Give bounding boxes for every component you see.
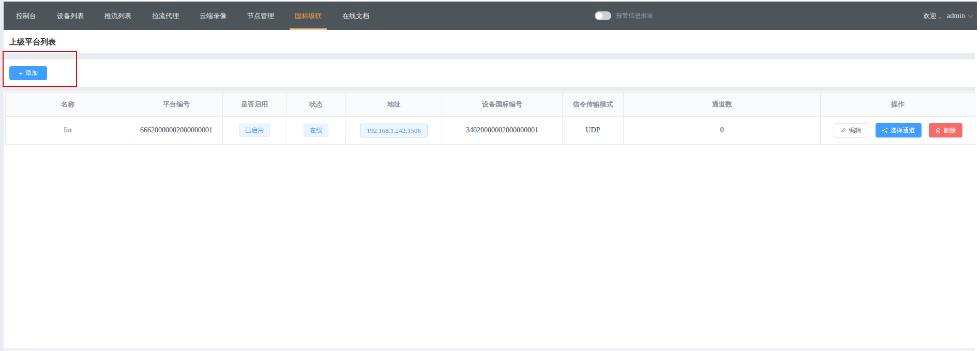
cell-device-gb-id: 34020000002000000001 (442, 117, 563, 144)
header-enabled: 是否启用 (223, 93, 287, 116)
table-row: lin 66620000002000000001 已启用 在线 192.168.… (6, 117, 975, 144)
username: admin (947, 12, 965, 20)
delete-button-label: 删除 (944, 126, 956, 135)
header-platform-id: 平台编号 (130, 93, 223, 116)
alarm-push-label: 报警信息推送 (616, 11, 653, 20)
window-left-edge (0, 0, 4, 351)
header-channel-count: 通道数 (624, 93, 821, 116)
header-status: 状态 (287, 93, 346, 116)
cell-platform-id: 66620000002000000001 (130, 117, 223, 144)
nav-item-node-management[interactable]: 节点管理 (237, 2, 284, 30)
cell-enabled: 已启用 (223, 117, 287, 144)
nav-item-gb-cascade-active[interactable]: 国标级联 (284, 2, 332, 30)
section-divider-top (4, 53, 975, 59)
cell-address: 192.168.1.242:1506 (346, 117, 442, 144)
platform-name: lin (64, 126, 72, 134)
nav-item-push-stream-list[interactable]: 推流列表 (94, 2, 142, 30)
address-chip: 192.168.1.242:1506 (360, 124, 427, 138)
user-menu[interactable]: 欢迎， admin (923, 2, 973, 30)
enabled-badge: 已启用 (239, 124, 270, 137)
share-icon (882, 127, 888, 133)
platform-table: 名称 平台编号 是否启用 状态 地址 设备国标编号 信令传输模式 通道数 操作 … (5, 92, 975, 145)
header-address: 地址 (346, 93, 442, 116)
device-gb-id: 34020000002000000001 (466, 126, 538, 134)
delete-button[interactable]: 删除 (929, 123, 962, 138)
page-title: 上级平台列表 (9, 30, 56, 53)
header-transport-mode: 信令传输模式 (563, 93, 624, 116)
cell-channel-count: 0 (624, 117, 821, 144)
edit-button-label: 编辑 (849, 126, 862, 135)
channel-count: 0 (720, 126, 724, 134)
nav-menu: 控制台 设备列表 推流列表 拉流代理 云端录像 节点管理 国标级联 在线文档 (4, 2, 977, 30)
header-actions: 操作 (821, 93, 975, 116)
nav-item-console[interactable]: 控制台 (6, 2, 47, 30)
user-greeting: 欢迎， (923, 11, 943, 21)
header-device-gb-id: 设备国标编号 (442, 93, 563, 116)
top-navbar: 控制台 设备列表 推流列表 拉流代理 云端录像 节点管理 国标级联 在线文档 报… (4, 2, 977, 30)
select-channel-button[interactable]: 选择通道 (876, 123, 922, 138)
chevron-down-icon (968, 12, 973, 18)
trash-icon (935, 127, 941, 134)
nav-item-device-list[interactable]: 设备列表 (47, 2, 94, 30)
nav-item-cloud-recording[interactable]: 云端录像 (189, 2, 237, 30)
header-name: 名称 (6, 93, 130, 116)
section-divider-bottom (4, 87, 975, 91)
alarm-push-toggle-group: 报警信息推送 (595, 2, 653, 30)
plus-icon: + (19, 70, 23, 77)
cell-name: lin (6, 117, 130, 144)
title-bar: 上级平台列表 (4, 30, 977, 53)
edit-button[interactable]: 编辑 (834, 123, 868, 138)
window-bottom-edge (4, 348, 975, 351)
edit-pencil-icon (840, 127, 847, 133)
app-root: 控制台 设备列表 推流列表 拉流代理 云端录像 节点管理 国标级联 在线文档 报… (0, 0, 980, 351)
select-channel-button-label: 选择通道 (891, 126, 915, 135)
platform-id: 66620000002000000001 (140, 126, 213, 134)
cell-status: 在线 (287, 117, 346, 144)
cell-transport-mode: UDP (563, 117, 624, 144)
add-button-label: 添加 (25, 69, 38, 78)
toggle-knob (596, 12, 602, 19)
action-buttons: 编辑 选择通道 删除 (834, 123, 962, 138)
add-button[interactable]: + 添加 (9, 66, 47, 80)
cell-actions: 编辑 选择通道 删除 (821, 117, 975, 144)
alarm-push-toggle[interactable] (595, 11, 611, 20)
status-badge: 在线 (304, 124, 328, 137)
table-header-row: 名称 平台编号 是否启用 状态 地址 设备国标编号 信令传输模式 通道数 操作 (6, 93, 975, 117)
nav-item-online-docs[interactable]: 在线文档 (332, 2, 380, 30)
nav-item-pull-stream-proxy[interactable]: 拉流代理 (142, 2, 189, 30)
transport-mode: UDP (585, 126, 600, 134)
